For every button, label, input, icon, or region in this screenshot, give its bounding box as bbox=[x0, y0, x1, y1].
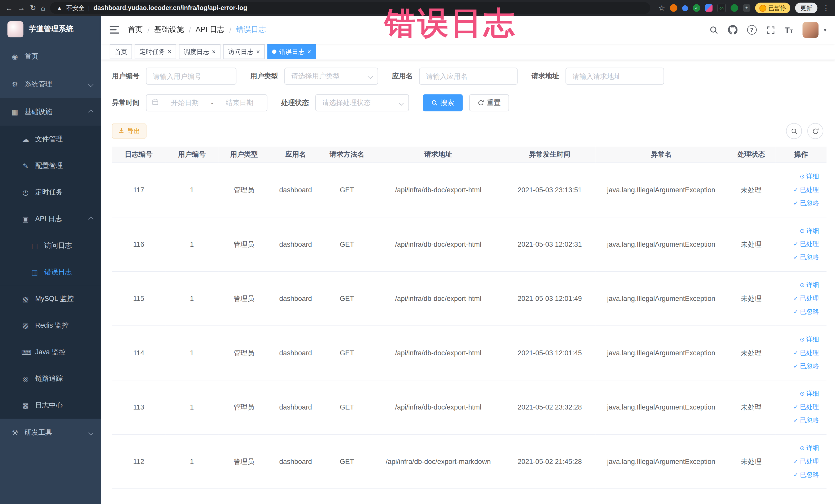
processed-link[interactable]: ✓已处理 bbox=[793, 457, 819, 466]
close-icon[interactable]: × bbox=[212, 48, 216, 55]
sidebar-item-infra[interactable]: ▦ 基础设施 bbox=[0, 98, 101, 126]
help-icon[interactable]: ? bbox=[747, 25, 756, 35]
browser-menu-icon[interactable]: ⋮ bbox=[822, 4, 830, 12]
detail-link[interactable]: ⊙详细 bbox=[800, 281, 819, 289]
close-icon[interactable]: × bbox=[307, 48, 311, 55]
address-bar[interactable]: ▲ 不安全 | dashboard.yudao.iocoder.cn/infra… bbox=[50, 2, 650, 14]
close-icon[interactable]: × bbox=[168, 48, 172, 55]
font-size-icon[interactable]: TT bbox=[785, 26, 793, 34]
check-icon: ✓ bbox=[793, 255, 798, 261]
user-id-input[interactable] bbox=[146, 67, 237, 84]
app-logo-row[interactable]: 芋道管理系统 bbox=[0, 16, 101, 43]
breadcrumb-infra[interactable]: 基础设施 bbox=[154, 25, 184, 35]
search-icon[interactable] bbox=[709, 25, 718, 35]
sidebar-item-config[interactable]: ✎ 配置管理 bbox=[0, 152, 101, 179]
ignored-link[interactable]: ✓已忽略 bbox=[793, 253, 819, 262]
table-cell: 未处理 bbox=[727, 217, 775, 271]
ignored-link[interactable]: ✓已忽略 bbox=[793, 307, 819, 316]
ignored-link[interactable]: ✓已忽略 bbox=[793, 416, 819, 425]
sidebar-item-system[interactable]: ⚙ 系统管理 bbox=[0, 70, 101, 98]
sidebar-item-log-center[interactable]: ▩ 日志中心 bbox=[0, 392, 101, 419]
processed-link[interactable]: ✓已处理 bbox=[793, 403, 819, 411]
table-cell: 1 bbox=[166, 435, 218, 489]
extension-icon-orange[interactable] bbox=[670, 4, 677, 12]
detail-link[interactable]: ⊙详细 bbox=[800, 444, 819, 452]
export-button[interactable]: 导出 bbox=[112, 123, 147, 138]
processed-link[interactable]: ✓已处理 bbox=[793, 294, 819, 303]
sidebar-item-error-log[interactable]: ▥ 错误日志 bbox=[0, 259, 101, 285]
tab-job[interactable]: 定时任务 × bbox=[135, 44, 176, 59]
ignored-link[interactable]: ✓已忽略 bbox=[793, 199, 819, 208]
sidebar-item-dev-tools[interactable]: ⚒ 研发工具 bbox=[0, 419, 101, 446]
detail-link[interactable]: ⊙详细 bbox=[800, 335, 819, 344]
bookmark-star-icon[interactable]: ☆ bbox=[658, 4, 665, 12]
toggle-search-button[interactable] bbox=[786, 123, 802, 139]
sidebar: 芋道管理系统 ◉ 首页 ⚙ 系统管理 ▦ 基础设施 ☁ 文件管理 bbox=[0, 16, 101, 504]
request-url-label: 请求地址 bbox=[531, 72, 559, 81]
processed-link[interactable]: ✓已处理 bbox=[793, 240, 819, 249]
extension-icon-squares[interactable] bbox=[705, 4, 713, 12]
breadcrumb-home[interactable]: 首页 bbox=[128, 25, 143, 35]
sidebar-toggle-icon[interactable] bbox=[109, 26, 119, 34]
ignored-link[interactable]: ✓已忽略 bbox=[793, 470, 819, 479]
detail-link[interactable]: ⊙详细 bbox=[800, 389, 819, 399]
table-row: 1131管理员dashboardGET/api/infra/db-doc/exp… bbox=[112, 380, 827, 435]
sidebar-item-job[interactable]: ◷ 定时任务 bbox=[0, 179, 101, 206]
detail-link[interactable]: ⊙详细 bbox=[800, 226, 819, 236]
sidebar-item-trace[interactable]: ◎ 链路追踪 bbox=[0, 365, 101, 392]
browser-home-icon[interactable]: ⌂ bbox=[41, 4, 45, 12]
update-button[interactable]: 更新 bbox=[795, 3, 817, 13]
tab-home[interactable]: 首页 bbox=[109, 44, 132, 59]
tab-error-log[interactable]: 错误日志 × bbox=[267, 44, 316, 59]
browser-back-icon[interactable]: ← bbox=[5, 4, 13, 12]
table-cell: dashboard bbox=[270, 217, 321, 271]
request-url-input[interactable] bbox=[566, 67, 664, 84]
paused-badge-label: 已暂停 bbox=[769, 4, 786, 12]
sidebar-item-file[interactable]: ☁ 文件管理 bbox=[0, 126, 101, 153]
process-status-select[interactable]: 请选择处理状态 bbox=[315, 94, 409, 111]
browser-reload-icon[interactable]: ↻ bbox=[30, 4, 36, 12]
table-cell: /api/infra/db-doc/export-html bbox=[372, 380, 504, 435]
app-name-input[interactable] bbox=[419, 67, 518, 84]
table-row: 1151管理员dashboardGET/api/infra/db-doc/exp… bbox=[112, 271, 827, 326]
refresh-table-button[interactable] bbox=[807, 123, 823, 139]
detail-link[interactable]: ⊙详细 bbox=[800, 172, 819, 181]
check-icon: ✓ bbox=[793, 404, 798, 410]
table-cell: 管理员 bbox=[218, 271, 270, 326]
tab-access-log[interactable]: 访问日志 × bbox=[223, 44, 265, 59]
ignored-link[interactable]: ✓已忽略 bbox=[793, 362, 819, 371]
github-icon[interactable] bbox=[728, 25, 737, 35]
extension-icon-puzzle[interactable]: ✦ bbox=[743, 4, 750, 12]
sidebar-item-redis[interactable]: ▨ Redis 监控 bbox=[0, 312, 101, 339]
sidebar-item-java[interactable]: ⌨ Java 监控 bbox=[0, 339, 101, 365]
sidebar-item-home[interactable]: ◉ 首页 bbox=[0, 43, 101, 70]
table-cell: /api/infra/db-doc/export-html bbox=[372, 326, 504, 380]
avatar-caret-icon[interactable]: ▾ bbox=[824, 27, 826, 33]
table-cell: dashboard bbox=[270, 435, 321, 489]
paused-badge[interactable]: 已暂停 bbox=[755, 3, 790, 13]
processed-link[interactable]: ✓已处理 bbox=[793, 348, 819, 357]
user-avatar[interactable] bbox=[802, 22, 818, 38]
search-button[interactable]: 搜索 bbox=[423, 94, 463, 111]
sidebar-item-api-log[interactable]: ▣ API 日志 bbox=[0, 206, 101, 233]
reset-button[interactable]: 重置 bbox=[469, 94, 509, 111]
user-type-select[interactable]: 请选择用户类型 bbox=[284, 67, 378, 84]
sidebar-item-mysql[interactable]: ▧ MySQL 监控 bbox=[0, 285, 101, 312]
table-cell: 116 bbox=[112, 217, 166, 271]
extension-icon-leaf[interactable] bbox=[731, 4, 738, 12]
eye-icon: ⊙ bbox=[800, 445, 805, 451]
chevron-down-icon bbox=[399, 100, 404, 105]
breadcrumb-api-log[interactable]: API 日志 bbox=[196, 25, 225, 35]
browser-forward-icon[interactable]: → bbox=[18, 4, 25, 12]
exception-time-range-picker[interactable]: 开始日期 - 结束日期 bbox=[146, 94, 267, 111]
table-cell: 2021-05-03 23:13:51 bbox=[504, 163, 595, 217]
extension-icon-green-check[interactable]: ✓ bbox=[693, 4, 700, 12]
table-cell: GET bbox=[321, 163, 372, 217]
tab-job-log[interactable]: 调度日志 × bbox=[179, 44, 221, 59]
sidebar-item-access-log[interactable]: ▤ 访问日志 bbox=[0, 233, 101, 259]
fullscreen-icon[interactable] bbox=[766, 25, 775, 35]
close-icon[interactable]: × bbox=[256, 48, 260, 55]
extension-icon-blue[interactable] bbox=[682, 5, 688, 11]
extension-icon-on-badge[interactable]: on bbox=[717, 4, 726, 12]
processed-link[interactable]: ✓已处理 bbox=[793, 185, 819, 194]
